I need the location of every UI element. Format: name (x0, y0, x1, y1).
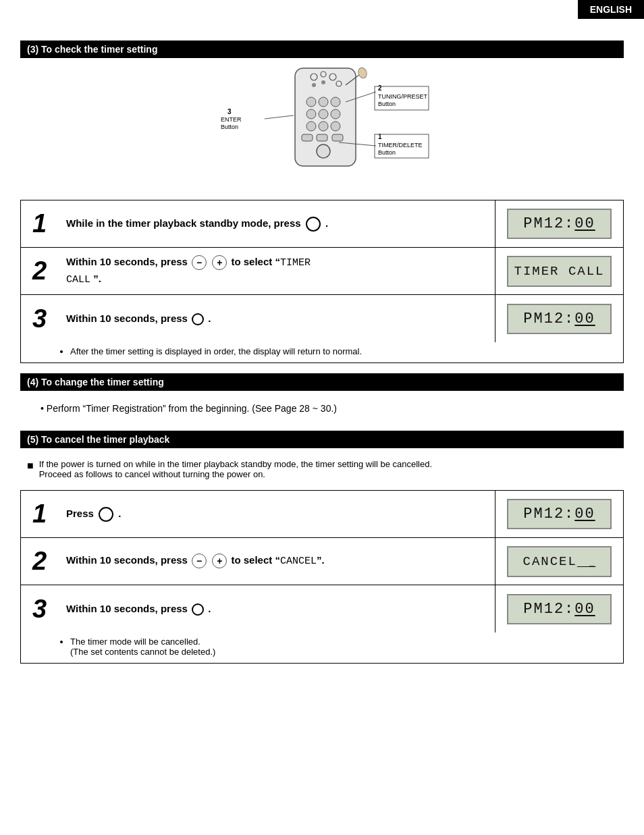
step2-number: 2 (21, 248, 58, 294)
step3-note: After the timer setting is displayed in … (21, 342, 623, 362)
svg-point-19 (317, 144, 330, 158)
section3: (3) To check the timer setting (20, 41, 624, 363)
s5-step2-text-before: Within 10 seconds, press (66, 554, 188, 566)
svg-text:2: 2 (378, 84, 382, 92)
s5-step2-display: CANCEL _ (495, 538, 623, 585)
svg-point-11 (319, 109, 328, 119)
svg-point-5 (312, 83, 316, 87)
section5-step3: 3 Within 10 seconds, press . PM12:00 (21, 585, 623, 663)
step2-display-text: CALL (66, 274, 90, 286)
s5-step1-text-after: . (118, 508, 121, 519)
step2-content: Within 10 seconds, press − + to select “… (58, 248, 495, 294)
svg-rect-18 (332, 134, 343, 141)
step1-number: 1 (21, 200, 58, 247)
s5-step3-display: PM12:00 (495, 585, 623, 632)
svg-text:3: 3 (227, 108, 232, 115)
s5-step1-lcd: PM12:00 (507, 499, 612, 529)
square-icon: ■ (27, 460, 34, 472)
section5-steps-box: 1 Press . PM12:00 2 (20, 490, 624, 664)
section3-step1: 1 While in the timer playback standby mo… (21, 200, 623, 248)
section5-step2: 2 Within 10 seconds, press − + to select… (21, 538, 623, 585)
svg-point-6 (321, 80, 325, 84)
step1-text-after: . (325, 217, 328, 229)
step2-display: TIMER CALL (495, 248, 623, 294)
section4-header: (4) To change the timer setting (20, 373, 624, 391)
svg-text:TUNING/PRESET: TUNING/PRESET (378, 93, 428, 100)
section5-intro: ■ If the power is turned on while in the… (20, 454, 624, 485)
section5-header: (5) To cancel the timer playback (20, 431, 624, 448)
section3-step3: 3 Within 10 seconds, press . PM12:00 (21, 295, 623, 362)
svg-text:Button: Button (378, 101, 396, 107)
s5-step2-lcd: CANCEL _ (507, 546, 612, 577)
s5-step3-text-after: . (208, 603, 211, 614)
svg-point-12 (331, 109, 340, 119)
s5-step2-content: Within 10 seconds, press − + to select “… (58, 538, 495, 585)
s5-step1-text-before: Press (66, 508, 94, 519)
section5: (5) To cancel the timer playback ■ If th… (20, 431, 624, 664)
svg-point-14 (319, 122, 328, 131)
step3-text-before: Within 10 seconds, press (66, 313, 188, 324)
svg-text:TIMER/DELETE: TIMER/DELETE (378, 142, 423, 149)
svg-point-9 (331, 97, 340, 107)
section3-steps-box: 1 While in the timer playback standby mo… (20, 200, 624, 363)
s5-step2-number: 2 (21, 538, 58, 585)
step3-lcd: PM12:00 (507, 304, 612, 334)
step3-text-after: . (208, 313, 211, 324)
step1-content: While in the timer playback standby mode… (58, 200, 495, 247)
svg-point-7 (306, 97, 316, 107)
minus-button-icon: − (192, 255, 207, 270)
svg-rect-16 (302, 134, 313, 141)
section4: (4) To change the timer setting • Perfor… (20, 373, 624, 421)
svg-rect-17 (317, 134, 327, 141)
step3-display: PM12:00 (495, 295, 623, 342)
section3-header: (3) To check the timer setting (20, 41, 624, 58)
step1-lcd: PM12:00 (507, 209, 612, 239)
svg-text:Button: Button (221, 124, 238, 130)
s5-step2-text-middle: to select “CANCEL”. (231, 554, 324, 566)
section3-step2: 2 Within 10 seconds, press − + to select… (21, 248, 623, 295)
s5-step3-text-before: Within 10 seconds, press (66, 603, 188, 614)
section4-content: • Perform “Timer Registration” from the … (20, 396, 624, 421)
diagram-area: 2 TUNING/PRESET Button 3 ENTER Button 1 … (20, 65, 624, 190)
s5-step3-content: Within 10 seconds, press . (58, 585, 495, 632)
s5-enter-button-icon (99, 507, 113, 522)
svg-point-21 (357, 66, 369, 79)
step2-text-end: ”. (93, 273, 101, 284)
s5-minus-button-icon: − (192, 554, 207, 568)
device-diagram: 2 TUNING/PRESET Button 3 ENTER Button 1 … (214, 65, 430, 190)
section5-step1: 1 Press . PM12:00 (21, 491, 623, 538)
enter-button-icon (306, 217, 321, 232)
s5-plus-button-icon: + (212, 554, 227, 568)
step1-display: PM12:00 (495, 200, 623, 247)
language-label: ENGLISH (578, 0, 644, 19)
plus-button-icon: + (212, 255, 227, 270)
step2-text-before: Within 10 seconds, press (66, 256, 188, 267)
s5-step3-notes: The timer mode will be cancelled.(The se… (21, 632, 623, 663)
s5-step3-lcd: PM12:00 (507, 594, 612, 624)
svg-text:ENTER: ENTER (221, 116, 242, 123)
step3-content: Within 10 seconds, press . (58, 295, 495, 342)
svg-line-26 (265, 115, 294, 119)
s5-step1-number: 1 (21, 491, 58, 537)
svg-point-13 (306, 122, 316, 131)
svg-point-15 (331, 122, 340, 131)
step1-text-before: While in the timer playback standby mode… (66, 217, 301, 229)
s5-step1-content: Press . (58, 491, 495, 537)
svg-point-10 (306, 109, 316, 119)
s5-enter-button-small-icon (192, 603, 204, 616)
enter-button-small-icon (192, 313, 204, 325)
svg-point-8 (319, 97, 328, 107)
step2-text-middle: to select “TIMER (231, 256, 311, 267)
s5-step3-number: 3 (21, 585, 58, 632)
step2-lcd: TIMER CALL (507, 256, 612, 287)
s5-step1-display: PM12:00 (495, 491, 623, 537)
svg-text:Button: Button (378, 149, 396, 156)
step3-number: 3 (21, 295, 58, 342)
